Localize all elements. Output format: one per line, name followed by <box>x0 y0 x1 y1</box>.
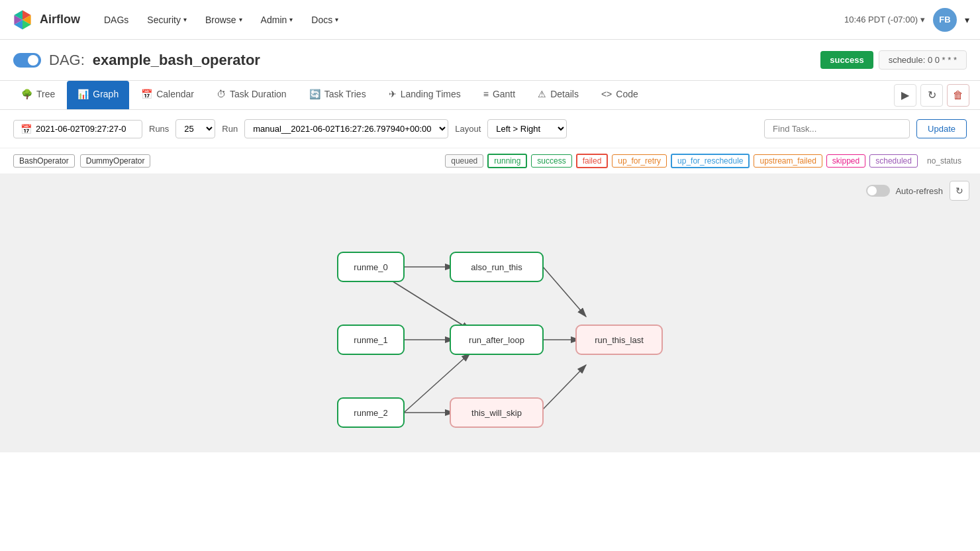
nav-browse[interactable]: Browse ▾ <box>197 9 250 30</box>
tab-calendar[interactable]: 📅 Calendar <box>130 81 205 109</box>
status-up-for-retry: up_for_retry <box>612 154 667 168</box>
status-failed: failed <box>576 154 609 168</box>
page-header: DAG: example_bash_operator success sched… <box>0 40 980 81</box>
task-duration-icon: ⏱ <box>217 89 226 99</box>
tab-code[interactable]: <> Code <box>591 81 649 109</box>
run-select[interactable]: manual__2021-06-02T16:27:26.797940+00:00 <box>244 119 448 138</box>
tabs-actions: ▶ ↻ 🗑 <box>894 84 969 107</box>
graph-area: Auto-refresh ↻ <box>0 174 980 452</box>
tab-gantt[interactable]: ≡ Gantt <box>473 81 526 109</box>
admin-chevron: ▾ <box>289 16 293 23</box>
tab-task-duration[interactable]: ⏱ Task Duration <box>206 81 297 109</box>
bash-operator-badge[interactable]: BashOperator <box>13 154 75 168</box>
calendar-icon-small: 📅 <box>21 124 32 134</box>
node-alsorunthis-label: also_run_this <box>471 262 522 272</box>
security-chevron: ▾ <box>183 16 187 23</box>
nav-docs[interactable]: Docs ▾ <box>303 9 346 30</box>
status-queued: queued <box>445 154 483 168</box>
node-runme0-label: runme_0 <box>354 262 387 272</box>
time-display[interactable]: 10:46 PDT (-07:00) ▾ <box>844 15 925 25</box>
navbar-right: 10:46 PDT (-07:00) ▾ FB ▾ <box>844 8 969 32</box>
dag-title-row: DAG: example_bash_operator <box>13 52 260 69</box>
tab-landing-times[interactable]: ✈ Landing Times <box>378 81 471 109</box>
dag-svg-container: runme_0 also_run_this runme_1 run_after_… <box>0 207 980 452</box>
status-no-status: no_status <box>922 155 967 167</box>
controls-row: 📅 Runs 25 50 100 Run manual__2021-06-02T… <box>0 110 980 148</box>
node-runme1-label: runme_1 <box>354 335 387 345</box>
find-task-input[interactable] <box>764 119 910 138</box>
runs-label: Runs <box>149 124 169 134</box>
node-thiswillskip-label: this_will_skip <box>471 408 522 418</box>
auto-refresh-label: Auto-refresh <box>895 186 943 196</box>
landing-times-icon: ✈ <box>389 89 397 99</box>
graph-icon: 📊 <box>77 89 89 99</box>
calendar-icon: 📅 <box>141 89 152 99</box>
time-chevron: ▾ <box>920 15 925 25</box>
dag-graph: runme_0 also_run_this runme_1 run_after_… <box>258 214 722 446</box>
legend-row: BashOperator DummyOperator queued runnin… <box>0 148 980 174</box>
svg-line-9 <box>543 365 586 409</box>
task-tries-icon: 🔄 <box>309 89 320 99</box>
dag-schedule-badge: schedule: 0 0 * * * <box>879 50 967 70</box>
date-input-wrap: 📅 <box>13 120 142 138</box>
runs-select[interactable]: 25 50 100 <box>175 119 215 138</box>
tab-graph[interactable]: 📊 Graph <box>67 81 129 109</box>
update-button[interactable]: Update <box>916 119 967 138</box>
run-dag-button[interactable]: ▶ <box>894 84 916 107</box>
auto-refresh-toggle[interactable] <box>866 185 890 197</box>
dag-label: DAG: <box>49 52 85 69</box>
status-up-for-reschedule: up_for_reschedule <box>671 154 750 168</box>
docs-chevron: ▾ <box>335 16 338 23</box>
layout-label: Layout <box>455 124 481 134</box>
tab-details[interactable]: ⚠ Details <box>527 81 589 109</box>
nav-admin[interactable]: Admin ▾ <box>253 9 301 30</box>
code-icon: <> <box>601 89 612 99</box>
tab-tree[interactable]: 🌳 Tree <box>11 81 66 109</box>
svg-line-3 <box>391 280 470 330</box>
svg-line-4 <box>543 267 586 317</box>
dag-name: example_bash_operator <box>93 52 260 69</box>
auto-refresh-wrap: Auto-refresh <box>866 185 943 197</box>
dag-status-badge: success <box>820 51 873 69</box>
status-upstream-failed: upstream_failed <box>754 154 822 168</box>
user-menu-chevron: ▾ <box>965 15 969 25</box>
delete-dag-button[interactable]: 🗑 <box>947 84 969 107</box>
brand-logo[interactable]: Airflow <box>11 8 80 32</box>
date-input[interactable] <box>36 124 135 134</box>
status-running: running <box>487 154 527 168</box>
graph-toolbar: Auto-refresh ↻ <box>0 174 980 207</box>
dag-toggle[interactable] <box>13 53 41 68</box>
brand-name: Airflow <box>40 13 80 26</box>
status-scheduled: scheduled <box>869 154 918 168</box>
node-runthislast-label: run_this_last <box>595 335 644 345</box>
navbar: Airflow DAGs Security ▾ Browse ▾ Admin ▾… <box>0 0 980 40</box>
graph-refresh-button[interactable]: ↻ <box>950 181 969 201</box>
node-runafterloop-label: run_after_loop <box>469 335 524 345</box>
layout-select[interactable]: Left > Right Top > Bottom <box>487 119 567 138</box>
nav-security[interactable]: Security ▾ <box>139 9 195 30</box>
tab-task-tries[interactable]: 🔄 Task Tries <box>299 81 377 109</box>
user-avatar[interactable]: FB <box>933 8 957 32</box>
gantt-icon: ≡ <box>483 89 489 99</box>
browse-chevron: ▾ <box>239 16 242 23</box>
header-badges: success schedule: 0 0 * * * <box>820 50 967 70</box>
node-runme2-label: runme_2 <box>354 408 387 418</box>
details-icon: ⚠ <box>538 89 546 99</box>
main-nav: DAGs Security ▾ Browse ▾ Admin ▾ Docs ▾ <box>96 9 844 30</box>
tabs-bar: 🌳 Tree 📊 Graph 📅 Calendar ⏱ Task Duratio… <box>0 81 980 110</box>
refresh-dag-button[interactable]: ↻ <box>920 84 943 107</box>
nav-dags[interactable]: DAGs <box>96 9 136 30</box>
status-badges: queued running success failed up_for_ret… <box>445 154 967 168</box>
tree-icon: 🌳 <box>21 89 32 99</box>
status-success: success <box>531 154 571 168</box>
dummy-operator-badge[interactable]: DummyOperator <box>80 154 151 168</box>
status-skipped: skipped <box>826 154 865 168</box>
run-label: Run <box>222 124 238 134</box>
